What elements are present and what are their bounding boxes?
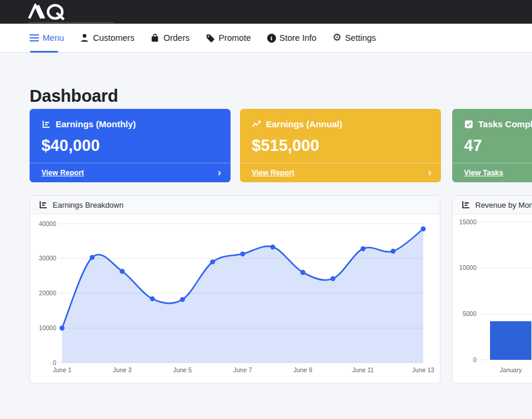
- nav-item-customers[interactable]: Customers: [80, 33, 134, 43]
- bar-chart-steps-icon: [38, 200, 48, 210]
- view-report-link[interactable]: View Report: [41, 169, 84, 177]
- svg-text:0: 0: [473, 356, 476, 363]
- svg-text:10000: 10000: [459, 264, 476, 271]
- chevron-right-icon[interactable]: ›: [428, 167, 432, 178]
- svg-text:June 3: June 3: [113, 366, 132, 373]
- svg-text:June 9: June 9: [294, 366, 313, 373]
- nav-label: Menu: [43, 33, 64, 43]
- stat-card-footer: View Report ›: [30, 163, 231, 182]
- stat-card-value: $40,000: [41, 137, 219, 155]
- gear-icon: ⚙: [332, 33, 341, 43]
- bar-chart-steps-icon: [461, 200, 471, 210]
- svg-text:June 7: June 7: [233, 366, 252, 373]
- nav-item-store-info[interactable]: i Store Info: [267, 33, 317, 43]
- earnings-breakdown-chart[interactable]: 010000200003000040000June 1June 3June 5J…: [30, 214, 440, 383]
- view-tasks-link[interactable]: View Tasks: [464, 169, 503, 177]
- nav-item-menu[interactable]: Menu: [30, 33, 64, 43]
- svg-text:0: 0: [53, 359, 56, 366]
- svg-text:June 13: June 13: [412, 366, 434, 373]
- bar-chart-steps-icon: [41, 120, 51, 129]
- svg-text:June 1: June 1: [53, 366, 72, 373]
- stat-card-value: 47: [464, 137, 532, 155]
- stat-card-title: Earnings (Monthly): [56, 119, 136, 129]
- stat-card-footer: View Tasks ›: [452, 163, 532, 182]
- svg-text:20000: 20000: [39, 289, 56, 296]
- stat-card-title: Earnings (Annual): [266, 119, 342, 129]
- main-nav: Menu Customers Orders Promote i Store In…: [0, 24, 532, 53]
- revenue-by-month-card: Revenue by Month 050001000015000January: [452, 195, 532, 383]
- nav-label: Promote: [219, 33, 251, 43]
- chart-title: Earnings Breakdown: [53, 201, 124, 210]
- person-icon: [80, 33, 89, 43]
- line-chart-icon: [252, 120, 261, 129]
- hamburger-icon: [30, 33, 39, 43]
- brand-logo-icon[interactable]: [27, 4, 78, 22]
- view-report-link[interactable]: View Report: [252, 169, 294, 177]
- nav-label: Customers: [93, 33, 134, 43]
- bag-icon: [150, 33, 160, 43]
- chart-card-header: Earnings Breakdown: [30, 196, 440, 214]
- stat-card-value: $515,000: [252, 137, 429, 155]
- stat-card-title: Tasks Completed: [478, 119, 532, 129]
- svg-text:January: January: [499, 366, 522, 373]
- nav-label: Orders: [163, 33, 189, 43]
- topbar: [0, 0, 532, 24]
- info-circle-icon: i: [267, 34, 276, 43]
- check-square-icon: [464, 120, 473, 129]
- nav-label: Settings: [345, 33, 376, 43]
- earnings-breakdown-card: Earnings Breakdown 010000200003000040000…: [30, 195, 440, 383]
- revenue-by-month-chart[interactable]: 050001000015000January: [453, 214, 532, 383]
- chart-card-header: Revenue by Month: [453, 196, 532, 214]
- tag-icon: [206, 33, 215, 43]
- svg-text:15000: 15000: [459, 218, 476, 225]
- nav-item-settings[interactable]: ⚙ Settings: [332, 33, 376, 43]
- nav-item-orders[interactable]: Orders: [150, 33, 189, 43]
- stat-card-tasks-completed: Tasks Completed 47 View Tasks ›: [452, 109, 532, 182]
- logo-underline: [28, 22, 115, 23]
- nav-item-promote[interactable]: Promote: [206, 33, 251, 43]
- svg-text:June 11: June 11: [352, 366, 374, 373]
- nav-label: Store Info: [280, 33, 317, 43]
- stat-card-earnings-monthly: Earnings (Monthly) $40,000 View Report ›: [30, 109, 231, 182]
- svg-text:40000: 40000: [39, 220, 56, 227]
- stat-card-footer: View Report ›: [240, 163, 441, 182]
- svg-text:10000: 10000: [39, 324, 56, 331]
- svg-text:June 5: June 5: [173, 366, 192, 373]
- chart-title: Revenue by Month: [475, 201, 532, 210]
- svg-text:5000: 5000: [463, 310, 477, 317]
- active-nav-indicator: [30, 51, 58, 53]
- page-title: Dashboard: [30, 86, 118, 106]
- chevron-right-icon[interactable]: ›: [218, 167, 221, 178]
- svg-text:30000: 30000: [39, 254, 56, 262]
- stat-card-earnings-annual: Earnings (Annual) $515,000 View Report ›: [240, 109, 441, 182]
